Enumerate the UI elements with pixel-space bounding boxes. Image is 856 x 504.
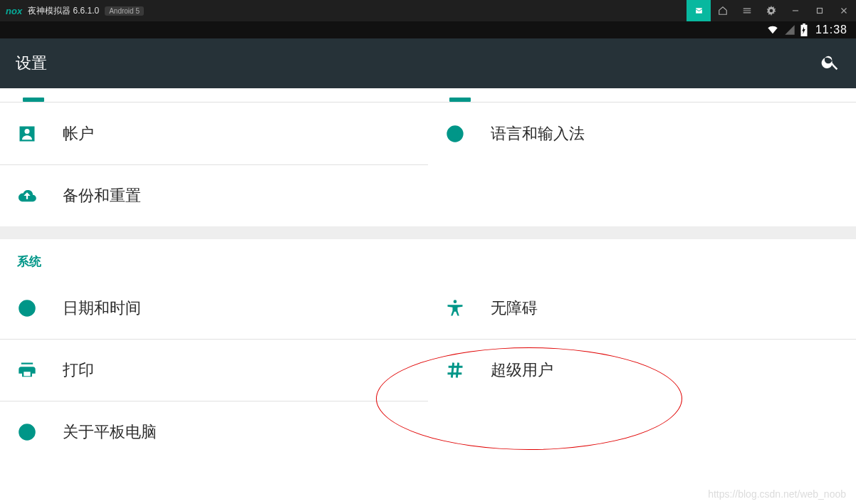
nox-android-badge: Android 5 xyxy=(105,6,144,16)
settings-item-about[interactable]: 关于平板电脑 xyxy=(0,401,428,463)
printer-icon xyxy=(16,360,38,380)
page-title: 设置 xyxy=(16,53,47,74)
section-header-system: 系统 xyxy=(0,239,856,277)
settings-item-accessibility[interactable]: 无障碍 xyxy=(428,277,856,339)
globe-icon xyxy=(444,124,466,144)
svg-point-9 xyxy=(26,428,28,429)
status-time: 11:38 xyxy=(815,23,847,36)
settings-item-printing[interactable]: 打印 xyxy=(0,339,428,401)
svg-point-4 xyxy=(25,129,30,134)
settings-item-label: 帐户 xyxy=(63,123,94,145)
watermark-text: https://blog.csdn.net/web_noob xyxy=(708,488,846,500)
nox-home-icon[interactable] xyxy=(711,0,735,21)
info-icon xyxy=(16,422,38,442)
nox-titlebar: nox 夜神模拟器 6.6.1.0 Android 5 xyxy=(0,0,856,21)
settings-item-datetime[interactable]: 日期和时间 xyxy=(0,277,428,339)
settings-item-label: 无障碍 xyxy=(491,298,538,319)
hash-icon xyxy=(444,360,466,380)
previous-row-sliver xyxy=(0,88,856,103)
settings-content: 帐户 备份和重置 语言和输入法 系统 xyxy=(0,88,856,463)
settings-appbar: 设置 xyxy=(0,38,856,88)
section-divider xyxy=(0,226,856,239)
settings-item-label: 打印 xyxy=(63,359,94,381)
nox-maximize-icon[interactable] xyxy=(808,0,832,21)
backup-icon xyxy=(16,186,38,206)
svg-point-10 xyxy=(454,300,457,303)
account-icon xyxy=(16,124,38,144)
wifi-icon xyxy=(766,24,780,36)
accessibility-icon xyxy=(444,298,466,318)
settings-item-label: 备份和重置 xyxy=(63,185,141,206)
settings-item-label: 语言和输入法 xyxy=(491,123,585,145)
search-button[interactable] xyxy=(820,52,840,75)
signal-icon xyxy=(784,24,795,36)
settings-item-accounts[interactable]: 帐户 xyxy=(0,103,428,164)
svg-rect-3 xyxy=(803,23,805,25)
settings-item-label: 超级用户 xyxy=(491,359,553,381)
nox-menu-icon[interactable] xyxy=(735,0,759,21)
nox-close-icon[interactable] xyxy=(832,0,856,21)
nox-logo-icon: nox xyxy=(6,6,22,16)
android-status-bar: 11:38 xyxy=(0,21,856,38)
nox-settings-icon[interactable] xyxy=(759,0,783,21)
svg-rect-1 xyxy=(818,9,823,14)
settings-item-superuser[interactable]: 超级用户 xyxy=(428,339,856,401)
clock-icon xyxy=(16,298,38,318)
battery-icon xyxy=(800,23,808,36)
settings-item-label: 日期和时间 xyxy=(63,298,141,319)
nox-minimize-icon[interactable] xyxy=(783,0,808,21)
settings-item-language[interactable]: 语言和输入法 xyxy=(428,103,856,164)
nox-window-title: 夜神模拟器 6.6.1.0 xyxy=(28,5,99,17)
svg-rect-0 xyxy=(793,10,798,11)
settings-item-backup[interactable]: 备份和重置 xyxy=(0,164,428,226)
nox-store-icon[interactable] xyxy=(687,0,711,21)
settings-item-label: 关于平板电脑 xyxy=(63,421,157,443)
